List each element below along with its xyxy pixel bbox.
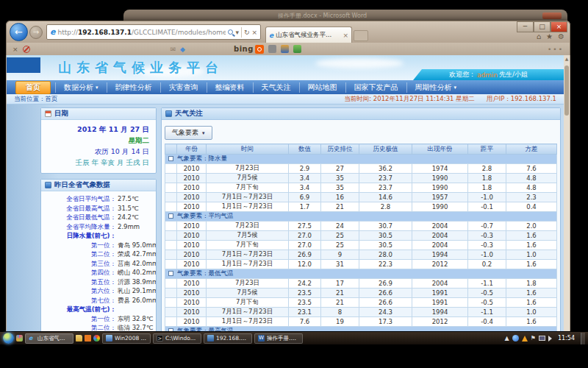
table-cell: 2012 xyxy=(412,260,468,269)
mail-icon[interactable]: ✉ xyxy=(171,46,176,53)
taskbar-button-console[interactable]: >C:\Windows\s... xyxy=(153,333,201,344)
tray-expand-icon[interactable]: ▲ xyxy=(505,335,509,342)
table-cell: 1.0 xyxy=(506,308,557,317)
browser-tab[interactable]: e 山东省气候业务平... × xyxy=(265,26,352,43)
desktop: 操作手册.docx - Microsoft Word ← → e http://… xyxy=(0,0,588,368)
nav-item-label: 天气关注 xyxy=(262,82,291,93)
row-spacer-cell xyxy=(165,250,177,260)
table-cell: 1994 xyxy=(412,308,468,317)
nav-item-6[interactable]: 天气关注 xyxy=(253,82,299,93)
nav-item-5[interactable]: 整编资料 xyxy=(207,82,253,93)
close-sidebar-icon[interactable]: × xyxy=(12,46,18,53)
current-time: 当前时间: 2012年11月27日 11:14:31 星期二 xyxy=(344,95,474,104)
table-cell: 6.9 xyxy=(289,193,321,202)
blocked-icon xyxy=(23,46,30,53)
address-bar[interactable]: e http://192.168.137.1/GLCCLIMATE/module… xyxy=(46,24,261,40)
favorites-star-icon[interactable]: ★ xyxy=(546,32,553,40)
nav-item-7[interactable]: 网站地图 xyxy=(299,82,345,93)
send-icon[interactable]: ◆ xyxy=(180,46,185,53)
yesterday-body: 全省日平均气温：27.5℃全省日最高气温：31.5℃全省日最低气温：24.2℃全… xyxy=(41,191,156,344)
forward-button[interactable]: → xyxy=(29,26,43,39)
section-checkbox[interactable] xyxy=(168,156,173,161)
nav-item-1[interactable]: 首页 xyxy=(15,81,51,94)
taskbar-button-word[interactable]: W操作手册.docx ... xyxy=(254,333,303,344)
calendar-date: 2012 年 11 月 27 日 xyxy=(48,124,149,135)
more-icon[interactable]: ••• xyxy=(548,46,564,53)
window-controls: ─ □ × xyxy=(517,21,567,32)
chevron-down-icon[interactable]: ▾ xyxy=(235,29,239,36)
page-scrollbar[interactable]: ▲ ▼ xyxy=(564,55,570,344)
nav-item-3[interactable]: 韵律性分析 xyxy=(107,82,160,93)
element-filter-button[interactable]: 气象要素 ▾ xyxy=(165,126,212,140)
table-cell: -0.5 xyxy=(468,298,506,308)
welcome-username: admin xyxy=(477,71,498,79)
table-cell: 36.2 xyxy=(359,164,412,174)
taskbar-button-label: 山东省气候业务平... xyxy=(37,335,70,342)
camera-icon[interactable] xyxy=(268,45,276,53)
stat-row-label: 全省平均降水量： xyxy=(46,222,116,232)
close-button[interactable]: × xyxy=(551,21,567,32)
taskbar-clock[interactable]: 11:54 xyxy=(558,335,575,342)
start-orb-icon[interactable] xyxy=(3,333,14,344)
scrollbar-thumb[interactable] xyxy=(564,66,569,116)
section-checkbox[interactable] xyxy=(168,271,173,276)
stop-icon[interactable]: × xyxy=(251,29,257,36)
maximize-button[interactable]: □ xyxy=(534,21,551,32)
section-header-row[interactable]: 气象要素：最低气温 xyxy=(165,269,557,279)
table-cell: 2010 xyxy=(177,317,207,327)
rank-row: 第四位：崂山 40.2mm xyxy=(46,268,151,277)
table-cell: 2010 xyxy=(177,308,207,317)
refresh-icon[interactable]: ↻ xyxy=(244,29,250,36)
section-header-row[interactable]: 气象要素：平均气温 xyxy=(165,212,557,222)
tray-monitor-icon[interactable] xyxy=(539,336,545,341)
table-cell: 7月5候 xyxy=(207,231,289,241)
appstore-icon[interactable] xyxy=(85,335,91,342)
tray-speaker-icon[interactable] xyxy=(548,336,552,342)
section-checkbox[interactable] xyxy=(168,213,173,219)
tools-gear-icon[interactable]: ⚙ xyxy=(558,32,564,40)
bing-search-widget[interactable]: bing xyxy=(234,45,264,54)
cloud-decoration xyxy=(315,58,404,68)
row-spacer-cell xyxy=(165,298,177,308)
rank-row-value: 费县 26.0mm xyxy=(118,296,157,305)
tray-flag-icon[interactable]: ⚑ xyxy=(531,335,536,342)
nav-item-4[interactable]: 灾害查询 xyxy=(160,82,207,93)
search-icon[interactable] xyxy=(228,29,233,35)
row-spacer-cell xyxy=(165,231,177,241)
table-cell: 23.5 xyxy=(289,289,321,298)
background-window-close-icon[interactable] xyxy=(542,13,562,19)
table-cell: 2010 xyxy=(177,174,207,183)
taskbar-button-rdp[interactable]: 192.168.58.99... xyxy=(204,333,252,344)
rank-row-label: 第六位： xyxy=(46,286,116,296)
table-cell: 1月1日～7月23日 xyxy=(207,317,289,327)
back-button[interactable]: ← xyxy=(10,23,28,41)
table-cell: 14.6 xyxy=(359,193,412,202)
chrome-icon[interactable] xyxy=(93,335,100,342)
person-icon[interactable] xyxy=(281,45,289,53)
new-tab-button[interactable] xyxy=(354,30,368,41)
calendar-box-title: 日期 xyxy=(54,109,68,118)
tray-network-globe-icon[interactable] xyxy=(512,335,519,342)
nav-item-8[interactable]: 国家下发产品 xyxy=(345,82,406,93)
nav-item-9[interactable]: 周期性分析▾ xyxy=(406,82,465,93)
minimize-button[interactable]: ─ xyxy=(517,21,534,32)
taskbar-button-window[interactable]: Win2008 (VS2... xyxy=(102,333,151,344)
nav-item-2[interactable]: 数据分析▾ xyxy=(55,82,107,93)
taskbar-button-ie[interactable]: e山东省气候业务平... xyxy=(25,333,74,344)
table-cell: 2004 xyxy=(412,279,468,289)
table-cell: 1990 xyxy=(412,202,468,212)
url-text[interactable]: http://192.168.137.1/GLCCLIMATE/modules/… xyxy=(57,29,226,36)
folder-icon[interactable] xyxy=(76,335,82,342)
scroll-up-icon[interactable]: ▲ xyxy=(564,56,570,61)
table-cell: 2.8 xyxy=(359,202,412,212)
show-desktop-button[interactable] xyxy=(581,333,585,344)
home-icon[interactable]: ⌂ xyxy=(537,32,541,40)
tray-alert-icon[interactable] xyxy=(522,336,528,342)
table-row: 20107月1日～7月23日6.91614.61957-1.02.3 xyxy=(165,193,557,202)
addons-icon[interactable] xyxy=(293,45,301,53)
tab-close-icon[interactable]: × xyxy=(343,32,348,39)
section-header-row[interactable]: 气象要素：降水量 xyxy=(165,155,557,164)
nav-item-label: 整编资料 xyxy=(215,82,245,93)
table-cell: 26.6 xyxy=(359,298,412,308)
pinned-app-icon[interactable] xyxy=(16,335,23,342)
